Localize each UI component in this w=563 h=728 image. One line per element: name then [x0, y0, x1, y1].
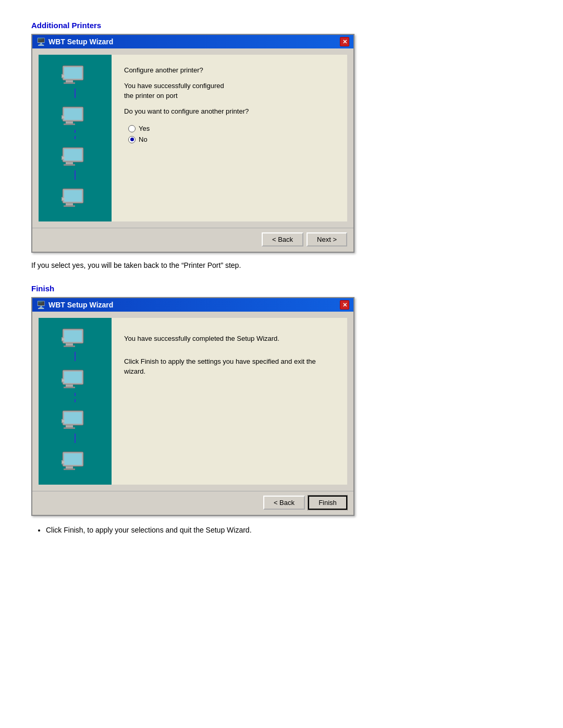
svg-rect-11: [62, 116, 65, 118]
svg-rect-13: [64, 149, 82, 161]
radio-no-button[interactable]: [128, 136, 136, 143]
svg-rect-38: [66, 425, 73, 427]
back-button-2[interactable]: < Back: [263, 496, 305, 510]
svg-rect-47: [62, 461, 65, 463]
section1-title: Additional Printers: [31, 21, 532, 30]
printer-icon-1: [60, 65, 90, 98]
bullet-item-1: Click Finish, to apply your selections a…: [46, 524, 532, 536]
connector-2-dashed: [75, 130, 76, 139]
radio-yes-label: Yes: [139, 125, 150, 132]
printer-icon-2-3: [60, 410, 90, 443]
svg-rect-20: [66, 203, 73, 205]
section-additional-printers: Additional Printers 🖥️ WBT Setup Wizard …: [31, 21, 532, 269]
bullet-list: Click Finish, to apply your selections a…: [46, 524, 532, 536]
connector-3: [75, 170, 76, 180]
svg-rect-27: [64, 346, 75, 347]
svg-rect-29: [62, 338, 65, 340]
svg-rect-8: [66, 121, 73, 124]
wbt-footer-1: < Back Next >: [32, 228, 353, 252]
svg-rect-41: [62, 420, 65, 422]
svg-rect-23: [62, 198, 65, 200]
section2-title: Finish: [31, 284, 532, 293]
radio-no-item[interactable]: No: [128, 135, 335, 143]
svg-rect-43: [64, 453, 82, 465]
connector-2-1: [75, 352, 76, 361]
wbt-content-1: Configure another printer? You have succ…: [32, 48, 353, 228]
svg-rect-37: [64, 412, 82, 424]
svg-rect-44: [66, 466, 73, 468]
radio-group-1: Yes No: [128, 125, 335, 143]
svg-rect-19: [64, 190, 82, 202]
svg-rect-1: [64, 67, 82, 79]
radio-yes-button[interactable]: [128, 125, 136, 132]
success-text: You have successfully configured the pri…: [124, 81, 335, 101]
radio-no-label: No: [139, 135, 148, 143]
wbt-title-icon-2: 🖥️: [36, 301, 45, 309]
svg-rect-2: [66, 80, 73, 82]
svg-rect-35: [62, 379, 65, 381]
svg-rect-5: [62, 75, 65, 77]
section-finish: Finish 🖥️ WBT Setup Wizard ✕: [31, 284, 532, 536]
finish-button[interactable]: Finish: [308, 496, 347, 510]
left-panel-2: [39, 318, 112, 485]
svg-rect-9: [64, 124, 75, 125]
svg-rect-32: [66, 385, 73, 387]
wbt-dialog-2: 🖥️ WBT Setup Wizard ✕: [31, 297, 354, 516]
svg-rect-45: [64, 468, 75, 470]
svg-rect-31: [64, 372, 82, 383]
finish-line2: Click Finish to apply the settings you h…: [124, 356, 335, 377]
wbt-content-2: You have successfully completed the Setu…: [32, 312, 353, 491]
svg-rect-15: [64, 164, 75, 166]
wbt-title-icon: 🖥️: [36, 38, 45, 46]
right-panel-1: Configure another printer? You have succ…: [112, 55, 347, 221]
next-button-1[interactable]: Next >: [307, 232, 347, 246]
printer-icon-2-2: [60, 369, 90, 402]
connector-1: [75, 89, 76, 98]
radio-yes-item[interactable]: Yes: [128, 125, 335, 132]
svg-rect-14: [66, 162, 73, 164]
svg-rect-21: [64, 205, 75, 207]
svg-rect-7: [64, 108, 82, 120]
printer-icon-4: [60, 188, 90, 212]
printer-icon-2: [60, 106, 90, 139]
wbt-footer-2: < Back Finish: [32, 491, 353, 515]
close-button-2[interactable]: ✕: [340, 300, 349, 310]
svg-rect-26: [66, 343, 73, 346]
svg-rect-25: [64, 330, 82, 342]
connector-2-3: [75, 434, 76, 443]
printer-icon-2-1: [60, 328, 90, 361]
finish-line1: You have successfully completed the Setu…: [124, 334, 335, 344]
svg-rect-33: [64, 387, 75, 388]
printer-icon-2-4: [60, 451, 90, 475]
left-panel-1: [39, 55, 112, 221]
wbt-title-text-1: WBT Setup Wizard: [48, 38, 113, 46]
wbt-titlebar-1: 🖥️ WBT Setup Wizard ✕: [32, 35, 353, 48]
wbt-dialog-1: 🖥️ WBT Setup Wizard ✕: [31, 34, 354, 253]
svg-rect-3: [64, 82, 75, 84]
svg-rect-17: [62, 157, 65, 159]
connector-2-2-dashed: [75, 393, 76, 402]
svg-rect-39: [64, 427, 75, 429]
printer-icon-3: [60, 146, 90, 180]
back-button-1[interactable]: < Back: [262, 232, 303, 246]
close-button-1[interactable]: ✕: [340, 37, 349, 46]
question-text-2: Do you want to configure another printer…: [124, 106, 335, 117]
right-panel-2: You have successfully completed the Setu…: [112, 318, 347, 485]
question-text-1: Configure another printer?: [124, 65, 335, 76]
wbt-titlebar-2: 🖥️ WBT Setup Wizard ✕: [32, 298, 353, 312]
wbt-title-text-2: WBT Setup Wizard: [48, 301, 113, 309]
description-text-1: If you select yes, you will be taken bac…: [31, 261, 532, 269]
